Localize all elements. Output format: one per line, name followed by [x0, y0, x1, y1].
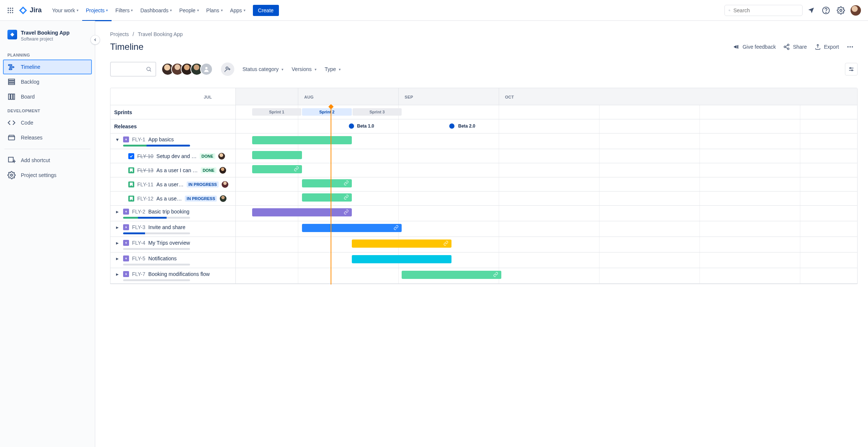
chevron-right-icon[interactable]: ▸: [114, 224, 120, 230]
issue-key[interactable]: FLY-10: [137, 153, 154, 159]
svg-point-2: [12, 7, 13, 9]
more-actions-button[interactable]: [843, 41, 858, 53]
child-issue-row[interactable]: FLY-10Setup dev and …DONE: [110, 149, 235, 163]
nav-item-apps[interactable]: Apps▾: [226, 5, 249, 16]
child-issue-row[interactable]: FLY-11As a user…IN PROGRESS: [110, 177, 235, 192]
release-marker[interactable]: [449, 123, 454, 129]
page-title: Timeline: [110, 42, 144, 52]
sidebar-item-releases[interactable]: Releases: [3, 130, 92, 145]
sidebar-item-backlog[interactable]: Backlog: [3, 74, 92, 89]
timeline-bar[interactable]: [252, 208, 352, 216]
sprint-pill[interactable]: Sprint 1: [252, 108, 301, 116]
issue-title: As a use…: [157, 196, 182, 202]
breadcrumb-project[interactable]: Travel Booking App: [138, 31, 183, 37]
epic-row[interactable]: ▸FLY-3Invite and share: [110, 221, 235, 237]
issue-key[interactable]: FLY-7: [132, 271, 145, 277]
nav-item-your-work[interactable]: Your work▾: [48, 5, 82, 16]
svg-rect-16: [9, 69, 12, 70]
epic-row[interactable]: ▸FLY-7Booking modifications flow: [110, 268, 235, 284]
assignee-avatar[interactable]: [220, 195, 226, 202]
timeline-bar[interactable]: [352, 239, 451, 248]
issue-key[interactable]: FLY-13: [137, 167, 154, 173]
timeline-bar[interactable]: [302, 193, 352, 202]
settings-icon[interactable]: [835, 4, 847, 17]
share-button[interactable]: Share: [779, 41, 810, 52]
timeline-bar[interactable]: [302, 179, 352, 187]
svg-point-26: [10, 174, 13, 176]
child-issue-row[interactable]: FLY-12As a use…IN PROGRESS: [110, 192, 235, 206]
epic-icon: [123, 240, 129, 246]
project-header[interactable]: Travel Booking App Software project: [3, 30, 92, 48]
issue-key[interactable]: FLY-1: [132, 136, 145, 142]
progress-bar: [123, 217, 190, 219]
timeline-bar[interactable]: [252, 165, 302, 173]
issue-key[interactable]: FLY-4: [132, 240, 145, 246]
sidebar-item-project-settings[interactable]: Project settings: [3, 168, 92, 183]
notifications-icon[interactable]: [805, 4, 817, 17]
issue-key[interactable]: FLY-2: [132, 209, 145, 215]
breadcrumb-root[interactable]: Projects: [110, 31, 129, 37]
sprint-pill[interactable]: Sprint 2: [302, 108, 352, 116]
create-button[interactable]: Create: [253, 5, 279, 16]
megaphone-icon: [733, 44, 740, 50]
assignee-avatar[interactable]: [222, 181, 228, 188]
export-button[interactable]: Export: [811, 41, 843, 52]
versions-dropdown[interactable]: Versions▾: [292, 66, 316, 72]
app-switcher-icon[interactable]: [6, 6, 15, 15]
nav-item-plans[interactable]: Plans▾: [203, 5, 226, 16]
sidebar-item-code[interactable]: Code: [3, 115, 92, 130]
filter-search[interactable]: [110, 62, 156, 77]
jira-logo[interactable]: Jira: [19, 6, 42, 15]
epic-row[interactable]: ▸FLY-2Basic trip booking: [110, 206, 235, 221]
chevron-right-icon[interactable]: ▸: [114, 255, 120, 261]
search-input[interactable]: [733, 7, 798, 13]
sidebar-item-board[interactable]: Board: [3, 89, 92, 104]
status-lozenge: IN PROGRESS: [187, 181, 219, 187]
add-people-button[interactable]: [221, 62, 234, 76]
search-icon: [729, 7, 730, 13]
view-settings-button[interactable]: [845, 63, 858, 75]
chevron-down-icon[interactable]: ▾: [114, 136, 120, 142]
nav-item-projects[interactable]: Projects▾: [82, 5, 112, 16]
type-dropdown[interactable]: Type▾: [325, 66, 341, 72]
nav-item-filters[interactable]: Filters▾: [112, 5, 136, 16]
child-issue-row[interactable]: FLY-13As a user I can …DONE: [110, 163, 235, 177]
child-bar-track: [235, 177, 857, 192]
assignee-avatar[interactable]: [219, 167, 226, 174]
sidebar-collapse-button[interactable]: [90, 35, 100, 45]
timeline-bar[interactable]: [302, 224, 402, 232]
epic-bar-track: [235, 221, 857, 237]
assignee-avatar[interactable]: [218, 153, 225, 160]
epic-row[interactable]: ▸FLY-5Notifications: [110, 253, 235, 268]
epic-row[interactable]: ▾FLY-1App basics: [110, 134, 235, 149]
chevron-down-icon: ▾: [315, 67, 316, 71]
issue-key[interactable]: FLY-12: [137, 196, 154, 202]
svg-rect-20: [9, 94, 10, 100]
chevron-right-icon[interactable]: ▸: [114, 209, 120, 215]
search-box[interactable]: [724, 5, 803, 16]
issue-key[interactable]: FLY-3: [132, 224, 145, 230]
chevron-right-icon[interactable]: ▸: [114, 240, 120, 246]
epic-row[interactable]: ▸FLY-4My Trips overview: [110, 237, 235, 253]
link-icon: [443, 241, 449, 247]
status-category-dropdown[interactable]: Status category▾: [242, 66, 283, 72]
timeline-bar[interactable]: [402, 271, 501, 279]
release-marker[interactable]: [349, 123, 354, 129]
sprint-pill[interactable]: Sprint 3: [353, 108, 402, 116]
give-feedback-button[interactable]: Give feedback: [729, 41, 780, 52]
nav-item-people[interactable]: People▾: [176, 5, 203, 16]
chevron-right-icon[interactable]: ▸: [114, 271, 120, 277]
progress-bar: [123, 232, 190, 234]
issue-key[interactable]: FLY-5: [132, 255, 145, 261]
timeline-bar[interactable]: [352, 255, 451, 263]
unassigned-avatar[interactable]: [200, 63, 213, 75]
sidebar-item-timeline[interactable]: Timeline: [3, 60, 92, 74]
help-icon[interactable]: [820, 4, 832, 17]
timeline-bar[interactable]: [252, 151, 302, 159]
timeline-bar[interactable]: [252, 136, 352, 144]
issue-key[interactable]: FLY-11: [137, 181, 154, 187]
profile-avatar[interactable]: [849, 4, 862, 17]
project-settings-icon: [7, 171, 16, 179]
sidebar-item-add-shortcut[interactable]: Add shortcut: [3, 153, 92, 168]
nav-item-dashboards[interactable]: Dashboards▾: [136, 5, 176, 16]
